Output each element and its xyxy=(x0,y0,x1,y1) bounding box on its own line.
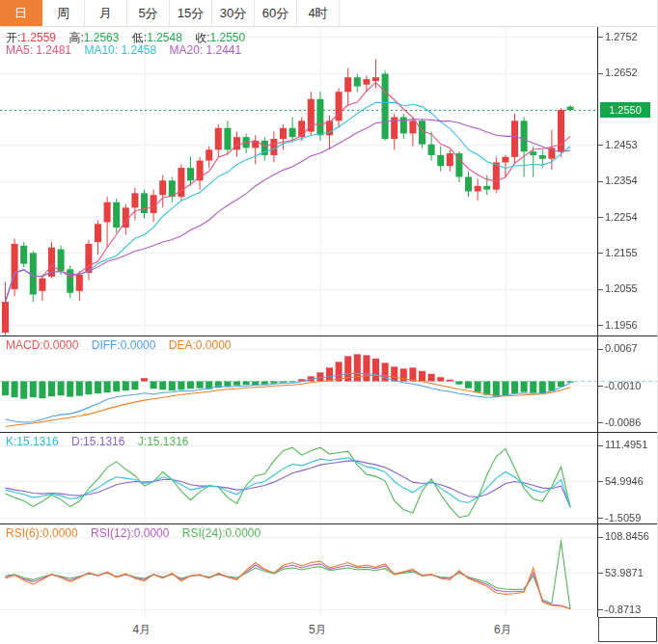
timeframe-tabbar: 日 周 月 5分 15分 30分 60分 4时 xyxy=(0,0,658,27)
y-axis-tick-label: -0.0086 xyxy=(605,416,641,428)
time-axis: 4月5月6月 xyxy=(0,617,658,644)
x-axis-month-label: 4月 xyxy=(133,622,151,638)
tab-5min[interactable]: 5分 xyxy=(127,0,170,26)
y-axis-tick-label: 111.4951 xyxy=(605,439,647,450)
chart-canvas[interactable] xyxy=(0,27,658,617)
tab-day[interactable]: 日 xyxy=(0,0,42,26)
chart-window: 日 周 月 5分 15分 30分 60分 4时 开:1.2559 高:1.256… xyxy=(0,0,658,644)
y-axis-tick-label: -0.0010 xyxy=(605,380,641,391)
y-axis-tick-label: 1.2453 xyxy=(605,139,638,150)
current-price-tag: 1.2550 xyxy=(600,102,650,118)
y-axis-tick-label: 1.2254 xyxy=(605,211,638,223)
y-axis-tick-label: 53.9871 xyxy=(605,567,644,578)
y-axis-tick-label: -0.8713 xyxy=(605,604,641,615)
y-axis-tick-label: 1.2752 xyxy=(605,31,638,42)
price-axis: 1.27521.26521.24531.23541.22541.21551.20… xyxy=(598,0,658,617)
y-axis-tick-label: 0.0067 xyxy=(605,342,638,354)
y-axis-tick-label: 1.1956 xyxy=(605,319,638,331)
y-axis-tick-label: -1.5059 xyxy=(605,512,641,523)
y-axis-tick-label: 54.9946 xyxy=(605,475,644,487)
tab-week[interactable]: 周 xyxy=(42,0,85,26)
y-axis-tick-label: 1.2354 xyxy=(605,174,638,186)
x-axis-month-label: 5月 xyxy=(309,622,327,638)
tab-15min[interactable]: 15分 xyxy=(170,0,212,26)
y-axis-tick-label: 1.2155 xyxy=(605,247,638,258)
y-axis-tick-label: 108.8456 xyxy=(605,530,649,542)
tab-4hour[interactable]: 4时 xyxy=(297,0,340,26)
y-axis-tick-label: 1.2055 xyxy=(605,282,638,294)
axis-corner-box xyxy=(598,617,657,642)
tab-month[interactable]: 月 xyxy=(85,0,127,26)
x-axis-month-label: 6月 xyxy=(494,622,512,638)
y-axis-tick-label: 1.2652 xyxy=(605,67,638,78)
tab-30min[interactable]: 30分 xyxy=(212,0,255,26)
tab-60min[interactable]: 60分 xyxy=(255,0,297,26)
